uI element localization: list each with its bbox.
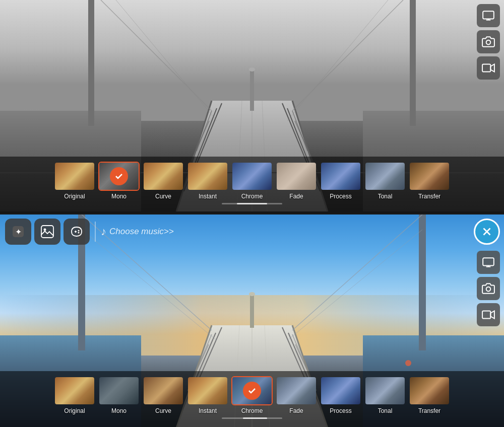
close-btn[interactable] [474, 219, 500, 245]
filter-thumb-inner-process [321, 163, 360, 190]
svg-point-71 [486, 287, 491, 292]
camera-btn-bottom[interactable] [477, 277, 500, 300]
filter-label-process: Process [330, 193, 351, 200]
filter-thumb-inner-original [55, 163, 94, 190]
top-panel: OriginalMonoCurveInstantChromeFadeProces… [0, 0, 504, 214]
filter-item-process[interactable]: Process [320, 162, 361, 200]
filter-item-transfer[interactable]: Transfer [409, 162, 450, 200]
filter-item-process[interactable]: Process [320, 376, 361, 414]
filter-thumb-fade [276, 376, 317, 405]
top-scroll-bar [222, 203, 282, 204]
checkmark-icon-mono [114, 171, 124, 181]
filter-thumb-instant [187, 376, 228, 405]
video-icon-bottom [482, 308, 495, 321]
camera-btn-top[interactable] [477, 30, 500, 53]
screen-icon-bottom [482, 256, 495, 269]
close-icon [480, 225, 493, 238]
gamepad-icon [70, 225, 84, 239]
music-note-icon: ♪ [101, 225, 106, 238]
svg-marker-30 [490, 64, 494, 72]
svg-rect-23 [250, 70, 254, 111]
filter-item-instant[interactable]: Instant [187, 162, 228, 200]
music-btn[interactable]: ♪ Choose music>> [101, 225, 174, 238]
filter-item-tonal[interactable]: Tonal [364, 376, 406, 414]
filter-item-tonal[interactable]: Tonal [364, 162, 406, 200]
wand-tool-btn[interactable]: ✦ [5, 219, 31, 245]
svg-text:✦: ✦ [15, 228, 22, 236]
filter-label-chrome: Chrome [241, 193, 263, 200]
filter-item-fade[interactable]: Fade [276, 162, 317, 200]
filter-thumb-curve [143, 162, 184, 191]
svg-point-65 [78, 232, 80, 234]
video-btn-top[interactable] [477, 56, 500, 80]
svg-point-64 [78, 230, 80, 232]
bottom-scroll-thumb [243, 417, 267, 419]
filter-thumb-inner-tonal [365, 163, 405, 190]
video-btn-bottom[interactable] [477, 303, 500, 326]
screen-btn-bottom[interactable] [477, 251, 500, 274]
filter-thumb-inner-tonal [365, 377, 405, 404]
filter-item-curve[interactable]: Curve [143, 162, 184, 200]
filter-item-original[interactable]: Original [54, 376, 95, 414]
filter-label-process: Process [330, 407, 351, 414]
image-tool-btn[interactable] [34, 219, 60, 245]
filter-item-chrome[interactable]: Chrome [231, 376, 273, 414]
filter-thumb-curve [143, 376, 184, 405]
svg-rect-72 [482, 311, 490, 318]
svg-rect-60 [41, 226, 53, 238]
check-overlay-chrome [232, 377, 272, 404]
filter-item-chrome[interactable]: Chrome [231, 162, 273, 200]
bottom-side-icons [477, 251, 500, 326]
svg-point-24 [249, 67, 255, 72]
filter-thumb-inner-fade [277, 377, 316, 404]
filter-item-instant[interactable]: Instant [187, 376, 228, 414]
filter-thumb-inner-transfer [410, 377, 449, 404]
filter-label-fade: Fade [289, 193, 303, 200]
svg-point-56 [249, 292, 255, 296]
filter-item-mono[interactable]: Mono [98, 376, 140, 414]
filter-label-mono: Mono [111, 407, 127, 414]
check-overlay-mono [99, 163, 139, 190]
filter-item-transfer[interactable]: Transfer [409, 376, 450, 414]
filter-label-transfer: Transfer [418, 407, 440, 414]
svg-rect-68 [483, 258, 494, 265]
filter-thumb-process [320, 162, 361, 191]
filter-thumb-process [320, 376, 361, 405]
filter-item-curve[interactable]: Curve [143, 376, 184, 414]
filter-label-curve: Curve [155, 193, 171, 200]
svg-rect-19 [88, 0, 94, 126]
filter-thumb-original [54, 376, 95, 405]
filter-thumb-inner-mono [99, 377, 139, 404]
filter-thumb-inner-original [55, 377, 94, 404]
filter-label-instant: Instant [199, 407, 217, 414]
filter-item-fade[interactable]: Fade [276, 376, 317, 414]
filter-item-mono[interactable]: Mono [98, 162, 140, 200]
svg-point-28 [486, 40, 491, 45]
filter-thumb-instant [187, 162, 228, 191]
filter-label-instant: Instant [199, 193, 217, 200]
filter-thumb-inner-fade [277, 163, 316, 190]
filter-thumb-tonal [364, 376, 406, 405]
filter-label-tonal: Tonal [378, 193, 393, 200]
top-filter-row: OriginalMonoCurveInstantChromeFadeProces… [5, 162, 499, 200]
filter-label-mono: Mono [111, 193, 127, 200]
filter-thumb-inner-instant [188, 163, 227, 190]
bottom-filter-row: OriginalMonoCurveInstantChromeFadeProces… [5, 376, 499, 414]
filter-thumb-mono [98, 376, 140, 405]
screen-btn-top[interactable] [477, 4, 500, 27]
filter-label-tonal: Tonal [378, 407, 393, 414]
filter-thumb-mono [98, 162, 140, 191]
filter-thumb-inner-instant [188, 377, 227, 404]
screen-icon-top [482, 9, 495, 22]
filter-thumb-inner-transfer [410, 163, 449, 190]
bottom-filter-strip: OriginalMonoCurveInstantChromeFadeProces… [0, 371, 504, 427]
music-text[interactable]: Choose music>> [109, 227, 174, 237]
top-side-icons [477, 4, 500, 80]
check-circle-mono [110, 167, 128, 185]
filter-item-original[interactable]: Original [54, 162, 95, 200]
gamepad-tool-btn[interactable] [64, 219, 90, 245]
bottom-scroll-indicator [5, 417, 499, 419]
filter-thumb-transfer [409, 162, 450, 191]
filter-thumb-tonal [364, 162, 406, 191]
wand-icon: ✦ [11, 225, 25, 239]
